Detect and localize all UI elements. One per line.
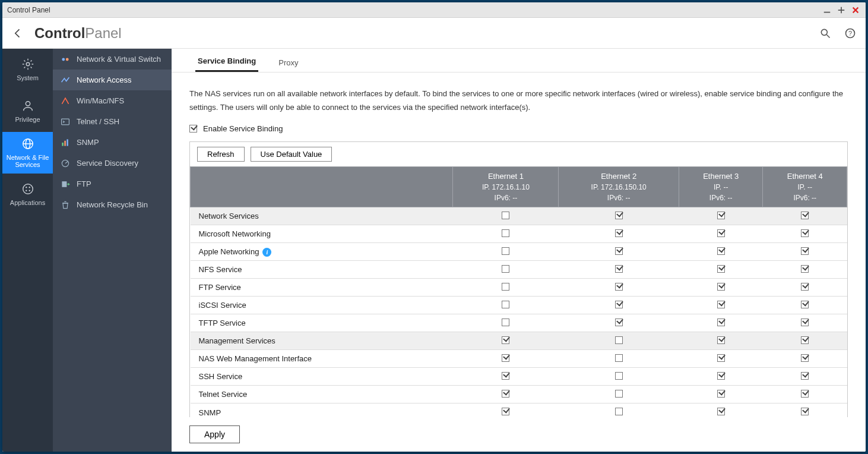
checkbox[interactable] (717, 408, 725, 415)
checkbox[interactable] (801, 390, 809, 398)
checkbox[interactable] (615, 301, 623, 308)
back-button[interactable] (9, 25, 26, 42)
use-default-button[interactable]: Use Default Value (251, 147, 332, 162)
binding-table: Ethernet 1 IP. 172.16.1.10 IPv6: -- Ethe… (190, 166, 847, 417)
search-button[interactable] (817, 25, 834, 42)
checkbox[interactable] (717, 247, 725, 255)
checkbox[interactable] (615, 247, 623, 255)
svg-point-20 (66, 58, 69, 61)
checkbox[interactable] (615, 229, 623, 237)
checkbox[interactable] (717, 336, 725, 344)
cell-1-3 (763, 225, 847, 243)
checkbox[interactable] (717, 354, 725, 362)
checkbox[interactable] (615, 265, 623, 273)
row-label: FTP Service (191, 279, 453, 297)
nav2-item-5[interactable]: Service Discovery (53, 153, 172, 174)
primary-nav: System Privilege Network & File Services… (2, 49, 53, 452)
checkbox[interactable] (717, 212, 725, 219)
refresh-button[interactable]: Refresh (197, 147, 245, 162)
svg-point-5 (821, 29, 827, 35)
checkbox[interactable] (502, 229, 509, 237)
maximize-button[interactable] (836, 5, 847, 15)
trash-icon (60, 200, 71, 210)
checkbox[interactable] (801, 372, 809, 380)
checkbox[interactable] (502, 301, 509, 308)
nav2-item-6[interactable]: FTP (53, 174, 172, 194)
minimize-button[interactable] (822, 5, 832, 15)
tab-1[interactable]: Proxy (276, 52, 300, 72)
cell-7-2 (679, 332, 763, 350)
tab-bar: Service BindingProxy (172, 49, 866, 72)
checkbox[interactable] (502, 283, 509, 291)
checkbox[interactable] (502, 408, 509, 415)
checkbox[interactable] (502, 319, 509, 326)
nav2-label: SNMP (77, 138, 99, 147)
nav2-item-3[interactable]: Telnet / SSH (53, 111, 172, 132)
svg-point-15 (26, 187, 27, 188)
apply-button[interactable]: Apply (189, 425, 240, 443)
window-title: Control Panel (7, 6, 822, 14)
checkbox[interactable] (717, 319, 725, 326)
enable-service-binding-checkbox[interactable] (189, 125, 197, 133)
checkbox[interactable] (615, 319, 623, 326)
nav1-item-1[interactable]: Privilege (2, 90, 53, 132)
nav2-item-0[interactable]: Network & Virtual Switch (53, 49, 172, 70)
checkbox[interactable] (801, 336, 809, 344)
nav2-item-1[interactable]: Network Access (53, 70, 172, 90)
checkbox[interactable] (502, 247, 509, 255)
checkbox[interactable] (801, 301, 809, 308)
checkbox[interactable] (717, 229, 725, 237)
checkbox[interactable] (615, 390, 623, 398)
checkbox[interactable] (801, 247, 809, 255)
checkbox[interactable] (717, 301, 725, 308)
cell-1-0 (453, 225, 559, 243)
checkbox[interactable] (502, 265, 509, 273)
help-button[interactable]: ? (842, 25, 859, 42)
checkbox[interactable] (801, 319, 809, 326)
checkbox[interactable] (801, 354, 809, 362)
checkbox[interactable] (717, 372, 725, 380)
checkbox[interactable] (615, 336, 623, 344)
checkbox[interactable] (717, 390, 725, 398)
nav1-item-2[interactable]: Network & File Services (2, 132, 53, 174)
svg-rect-21 (62, 119, 69, 125)
nav1-item-3[interactable]: Applications (2, 174, 53, 215)
info-icon[interactable]: i (262, 248, 271, 257)
checkbox[interactable] (615, 212, 623, 219)
enable-service-binding-row[interactable]: Enable Service Binding (189, 124, 848, 133)
row-label: Microsoft Networking (191, 225, 453, 243)
nav1-label: Privilege (15, 116, 40, 123)
checkbox[interactable] (801, 212, 809, 219)
nav2-item-7[interactable]: Network Recycle Bin (53, 194, 172, 215)
checkbox[interactable] (615, 283, 623, 291)
checkbox[interactable] (717, 265, 725, 273)
nav1-item-0[interactable]: System (2, 49, 53, 90)
checkbox[interactable] (502, 372, 509, 380)
checkbox[interactable] (502, 336, 509, 344)
checkbox[interactable] (801, 283, 809, 291)
nav2-item-2[interactable]: Win/Mac/NFS (53, 90, 172, 111)
checkbox[interactable] (801, 265, 809, 273)
cell-0-1 (559, 207, 679, 225)
row-label: iSCSI Service (191, 297, 453, 314)
app-body: System Privilege Network & File Services… (2, 49, 866, 452)
checkbox[interactable] (502, 390, 509, 398)
checkbox[interactable] (801, 229, 809, 237)
nav2-item-4[interactable]: SNMP (53, 132, 172, 153)
tab-0[interactable]: Service Binding (195, 51, 258, 72)
checkbox[interactable] (615, 372, 623, 380)
table-row: TFTP Service (191, 314, 847, 332)
checkbox[interactable] (615, 354, 623, 362)
cell-2-2 (679, 243, 763, 261)
cell-6-0 (453, 314, 559, 332)
checkbox[interactable] (801, 408, 809, 415)
radar-icon (60, 158, 71, 169)
cell-4-0 (453, 279, 559, 297)
checkbox[interactable] (502, 354, 509, 362)
close-button[interactable] (850, 5, 861, 15)
checkbox[interactable] (615, 408, 623, 415)
svg-line-6 (827, 34, 830, 37)
checkbox[interactable] (502, 212, 509, 219)
checkbox[interactable] (717, 283, 725, 291)
cell-8-0 (453, 350, 559, 368)
